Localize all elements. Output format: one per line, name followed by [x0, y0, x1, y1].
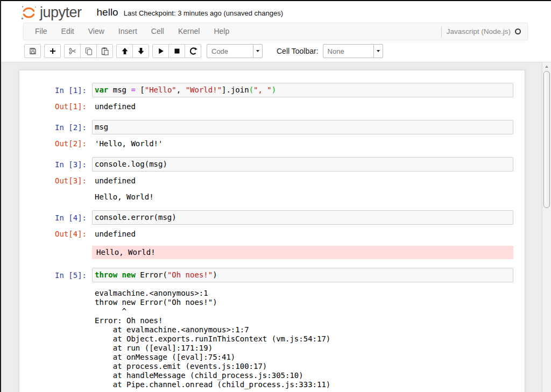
- code-cell[interactable]: In [3]:console.log(msg)Out[3]:undefinedH…: [19, 153, 525, 206]
- scroll-up-button[interactable]: [542, 62, 551, 70]
- run-cell-button[interactable]: [152, 44, 169, 58]
- cut-cell-button[interactable]: [64, 44, 81, 58]
- window-top-edge: [0, 0, 551, 1]
- toolbar-button-group: [152, 44, 201, 58]
- notebook-header: jupyter hello Last Checkpoint: 3 minutes…: [0, 0, 551, 23]
- vertical-scrollbar[interactable]: [542, 62, 551, 392]
- insert-cell-button[interactable]: [44, 44, 61, 58]
- floppy-icon: [29, 47, 37, 55]
- output-result: 'Hello, World!': [92, 139, 513, 148]
- paste-cell-button[interactable]: [96, 44, 113, 58]
- menu-view[interactable]: View: [81, 23, 111, 40]
- toolbar: Code Cell Toolbar: None: [0, 40, 551, 62]
- menu-items: FileEditViewInsertCellKernelHelp: [28, 23, 236, 40]
- jupyter-moons-icon: [20, 4, 37, 21]
- code-cell[interactable]: In [4]:console.error(msg)Out[4]:undefine…: [19, 206, 525, 263]
- toolbar-button-group: [116, 44, 149, 58]
- code-input[interactable]: msg: [92, 120, 513, 134]
- toolbar-button-group: [44, 44, 61, 58]
- notebook-site: In [1]:var msg = ["Hello", "World!"].joi…: [0, 62, 551, 392]
- cell-list: In [1]:var msg = ["Hello", "World!"].joi…: [19, 79, 525, 392]
- cell-toolbar-label: Cell Toolbar:: [277, 47, 319, 55]
- output-prompt: Out[3]:: [19, 176, 92, 186]
- menu-kernel[interactable]: Kernel: [171, 23, 207, 40]
- code-input[interactable]: console.log(msg): [92, 157, 513, 172]
- scissors-icon: [68, 47, 77, 55]
- input-prompt: In [4]:: [19, 210, 92, 223]
- jupyter-notebook-window: jupyter hello Last Checkpoint: 3 minutes…: [0, 0, 551, 392]
- output-stdout: Hello, World!: [92, 193, 513, 202]
- input-prompt: In [2]:: [19, 120, 92, 132]
- paste-icon: [101, 47, 109, 55]
- output-prompt: Out[4]:: [19, 230, 92, 239]
- output-error: evalmachine.<anonymous>:1 throw new Erro…: [92, 289, 513, 389]
- notebook-title[interactable]: hello: [97, 6, 118, 18]
- menu-cell[interactable]: Cell: [144, 23, 171, 40]
- output-result: undefined: [92, 176, 513, 186]
- toolbar-button-group: [24, 44, 41, 58]
- code-cell[interactable]: In [5]:throw new Error("Oh noes!")evalma…: [19, 263, 525, 392]
- jupyter-logo-text: jupyter: [40, 5, 82, 20]
- code-input[interactable]: throw new Error("Oh noes!"): [92, 268, 513, 282]
- triangle-up-icon: [545, 66, 548, 68]
- kernel-name-label: Javascript (Node.js): [447, 27, 511, 35]
- jupyter-logo[interactable]: jupyter: [20, 4, 82, 21]
- output-prompt: Out[2]:: [19, 139, 92, 148]
- kernel-separator: [441, 26, 442, 37]
- chevron-down-icon: [253, 45, 262, 58]
- play-icon: [157, 47, 165, 55]
- restart-kernel-button[interactable]: [185, 44, 201, 58]
- kernel-idle-circle-icon: [515, 28, 521, 34]
- copy-cell-button[interactable]: [80, 44, 97, 58]
- menu-edit[interactable]: Edit: [54, 23, 81, 40]
- interrupt-kernel-button[interactable]: [168, 44, 185, 58]
- arrow-up-icon: [121, 47, 129, 55]
- scrollbar-thumb[interactable]: [543, 71, 550, 208]
- output-result: undefined: [92, 102, 513, 111]
- toolbar-button-group: [64, 44, 113, 58]
- cell-type-value: Code: [207, 45, 253, 58]
- output-stderr: Hello, World!: [92, 246, 513, 259]
- cell-toolbar-value: None: [323, 45, 373, 58]
- copy-icon: [84, 47, 93, 55]
- menu-insert[interactable]: Insert: [111, 23, 144, 40]
- move-cell-down-button[interactable]: [132, 44, 149, 58]
- refresh-icon: [189, 47, 197, 55]
- output-result: undefined: [92, 230, 513, 239]
- stop-icon: [173, 47, 181, 55]
- toolbar-buttons: [24, 44, 204, 58]
- input-prompt: In [5]:: [19, 268, 92, 280]
- code-cell[interactable]: In [1]:var msg = ["Hello", "World!"].joi…: [19, 79, 525, 116]
- output-prompt: Out[1]:: [19, 102, 92, 111]
- input-prompt: In [3]:: [19, 157, 92, 169]
- notebook-container: In [1]:var msg = ["Hello", "World!"].joi…: [19, 70, 525, 392]
- cell-toolbar-select[interactable]: None: [323, 44, 383, 58]
- code-input[interactable]: var msg = ["Hello", "World!"].join(", "): [92, 83, 513, 97]
- window-left-edge: [0, 0, 1, 392]
- plus-icon: [48, 47, 57, 55]
- menu-file[interactable]: File: [28, 23, 54, 40]
- kernel-indicator-area: Javascript (Node.js): [441, 26, 523, 37]
- save-button[interactable]: [24, 44, 41, 58]
- menubar-wrap: FileEditViewInsertCellKernelHelp Javascr…: [0, 23, 551, 40]
- menu-help[interactable]: Help: [207, 23, 236, 40]
- chevron-down-icon: [373, 45, 383, 58]
- input-prompt: In [1]:: [19, 83, 92, 95]
- checkpoint-status: Last Checkpoint: 3 minutes ago (unsaved …: [124, 8, 283, 17]
- code-input[interactable]: console.error(msg): [92, 210, 513, 225]
- menubar: FileEditViewInsertCellKernelHelp Javascr…: [23, 23, 528, 40]
- move-cell-up-button[interactable]: [116, 44, 133, 58]
- code-cell[interactable]: In [2]:msgOut[2]:'Hello, World!': [19, 116, 525, 153]
- cell-type-select[interactable]: Code: [207, 44, 263, 58]
- arrow-down-icon: [137, 47, 145, 55]
